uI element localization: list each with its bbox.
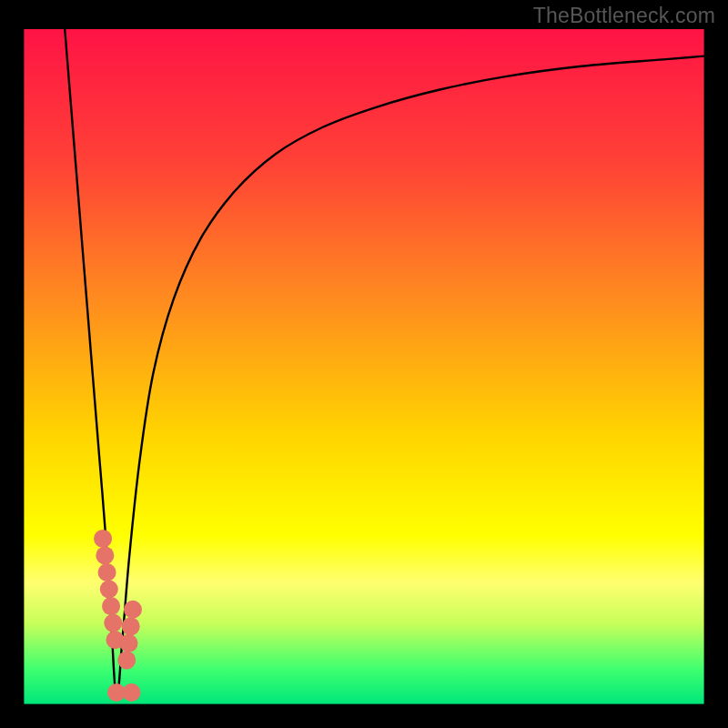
marker-seg-left-3 <box>98 563 116 581</box>
marker-seg-left-top <box>94 530 112 548</box>
marker-seg-right-top <box>124 601 142 619</box>
marker-seg-left-4 <box>100 581 118 599</box>
marker-seg-right-2 <box>119 634 137 652</box>
marker-seg-left-6 <box>104 614 122 632</box>
marker-seg-left-2 <box>96 546 114 564</box>
watermark-text: TheBottleneck.com <box>533 4 715 28</box>
marker-seg-right-3 <box>122 617 140 635</box>
bottleneck-chart <box>0 0 728 728</box>
marker-seg-right-bottom <box>117 651 136 669</box>
marker-dot-bottom-2 <box>122 683 140 702</box>
marker-seg-left-5 <box>102 597 120 615</box>
chart-frame: TheBottleneck.com <box>0 0 728 728</box>
